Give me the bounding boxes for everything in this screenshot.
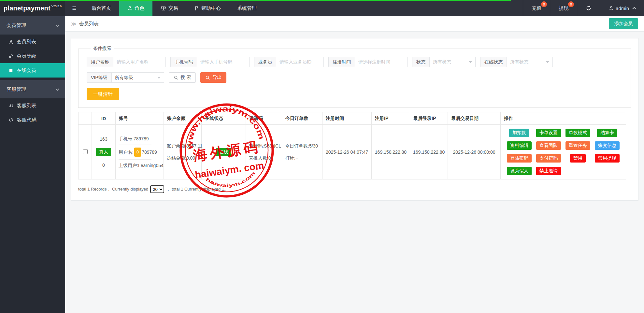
member-phone: 手机号:789789 — [119, 135, 161, 142]
row-checkbox[interactable] — [83, 149, 88, 154]
filter-label: 状态 — [412, 57, 430, 67]
online-status-badge: 在线 — [216, 148, 231, 156]
sidebar-item-online-members[interactable]: 在线会员 — [0, 63, 65, 78]
action-login-password-button[interactable]: 登陆密码 — [507, 154, 532, 163]
salesman-input[interactable] — [276, 57, 323, 67]
nav-item-role[interactable]: 角色 — [119, 0, 152, 16]
search-button-label: 搜 索 — [181, 75, 191, 80]
vip-level-select-value: 所有等级 — [115, 75, 133, 80]
nav-item-label: 系统管理 — [237, 5, 257, 11]
sidebar-group-support-management[interactable]: 客服管理 — [0, 80, 65, 98]
online-status-select-value: 所有状态 — [510, 59, 528, 64]
register-time: 2025-12-26 04:07:47 — [322, 125, 372, 179]
per-page-select[interactable]: 20 — [150, 185, 164, 193]
action-order-mode-button[interactable]: 单数模式 — [565, 129, 590, 137]
register-time-input[interactable] — [355, 57, 407, 67]
user-menu[interactable]: admin — [600, 0, 644, 16]
sidebar: 会员管理 会员列表 会员等级 在线会员 客服管理 客服列表 客服 — [0, 16, 65, 313]
one-key-clear-button[interactable]: 一键清针 — [87, 88, 119, 100]
last-login-ip: 169.150.222.80 — [410, 125, 448, 179]
sidebar-item-support-list[interactable]: 客服列表 — [0, 98, 65, 113]
action-account-log-button[interactable]: 账变信息 — [595, 141, 620, 150]
add-member-button[interactable]: 添加会员 — [609, 18, 638, 29]
code-icon — [8, 118, 14, 122]
sidebar-item-label: 会员列表 — [17, 39, 36, 45]
sidebar-group-member-management[interactable]: 会员管理 — [0, 16, 65, 35]
action-view-team-button[interactable]: 查看团队 — [536, 141, 561, 150]
member-id-extra: 0 — [102, 162, 105, 168]
app-logo: planetpayment V25.3.6 — [0, 0, 65, 16]
refresh-button[interactable] — [577, 0, 600, 16]
action-forbid-invite-button[interactable]: 禁止邀请 — [536, 167, 561, 175]
sidebar-item-member-list[interactable]: 会员列表 — [0, 35, 65, 49]
search-legend: 条件搜索 — [91, 46, 114, 51]
main-panel: 条件搜索 用户名称 手机号码 业务员 注册时间 — [65, 32, 644, 207]
recharge-count-badge: 0 — [541, 1, 547, 7]
member-id: 163 — [100, 136, 107, 142]
withdraw-button[interactable]: 提现 0 — [550, 0, 577, 16]
header-last-trade-date: 最后交易日期 — [448, 112, 501, 125]
sidebar-item-label: 会员等级 — [17, 53, 36, 59]
action-pay-password-button[interactable]: 支付密码 — [536, 154, 561, 163]
sidebar-item-support-code[interactable]: 客服代码 — [0, 113, 65, 127]
filter-label: VIP等级 — [87, 73, 112, 82]
search-icon — [205, 75, 210, 80]
phone-input[interactable] — [197, 57, 249, 67]
nav-item-system[interactable]: 系统管理 — [229, 0, 265, 16]
username-input[interactable] — [113, 57, 165, 67]
person-icon — [8, 39, 13, 44]
direct-referrals: 直推人数:0 — [249, 155, 279, 161]
action-settle-card-button[interactable]: 结算卡 — [597, 129, 617, 137]
online-status-select[interactable]: 所有状态 — [507, 57, 552, 67]
sidebar-toggle-button[interactable]: ≡ — [65, 0, 83, 16]
filter-label: 手机号码 — [171, 57, 197, 67]
last-trade-date: 2025-12-26 00:00:00 — [448, 125, 501, 179]
action-card-order-button[interactable]: 卡单设置 — [536, 129, 561, 137]
header-invite-code: 邀请码 — [246, 112, 282, 125]
breadcrumb-title: 会员列表 — [79, 21, 99, 27]
recharge-button[interactable]: 充值 0 — [523, 0, 550, 16]
filter-row-2: VIP等级 所有等级 搜 索 — [87, 72, 623, 83]
username-badge: 0 — [134, 148, 141, 157]
filter-label: 在线状态 — [480, 57, 507, 67]
search-button[interactable]: 搜 索 — [169, 72, 196, 83]
withdraw-label: 提现 — [559, 5, 568, 11]
action-add-deduct-button[interactable]: 加扣款 — [509, 129, 529, 137]
nav-item-help-center[interactable]: 帮助中心 — [186, 0, 229, 16]
status-select[interactable]: 所有状态 — [430, 57, 475, 67]
filter-register-time: 注册时间 — [328, 57, 408, 67]
header-checkbox — [79, 112, 92, 125]
table-header-row: ID 账号 账户余额 在线状态 邀请码 今日订单数 注册时间 注册IP 最后登录… — [79, 112, 626, 125]
nav-item-label: 帮助中心 — [201, 5, 221, 11]
action-disable-button[interactable]: 禁用 — [570, 154, 586, 163]
action-disable-withdraw-button[interactable]: 禁用提现 — [595, 154, 620, 163]
list-icon — [8, 68, 13, 73]
filter-row-3: 一键清针 — [87, 88, 623, 100]
header-register-time: 注册时间 — [322, 112, 372, 125]
nav-item-label: 角色 — [135, 5, 144, 11]
nav-item-label: 交易 — [168, 5, 178, 11]
action-set-fake-button[interactable]: 设为假人 — [507, 167, 532, 175]
chevron-up-icon — [632, 7, 636, 10]
action-reset-task-button[interactable]: 重置任务 — [565, 141, 590, 150]
filter-label: 用户名称 — [87, 57, 113, 67]
frozen-amount: 冻结金额:0.00 — [167, 155, 198, 161]
nav-item-dashboard[interactable]: 后台首页 — [83, 0, 119, 16]
pagination-suffix: ， total 1 Currently displayed 1。 — [166, 186, 228, 192]
person-icon — [127, 6, 132, 11]
export-button[interactable]: 导出 — [200, 72, 226, 83]
pagination-bar: total 1 Records， Currently displayed 20 … — [78, 185, 631, 193]
header-account: 账号 — [116, 112, 164, 125]
flag-icon — [194, 6, 199, 11]
account-balance: 账户余额:8257.11 — [167, 143, 198, 149]
pagination-prefix: total 1 Records， Currently displayed — [78, 186, 148, 192]
hamburger-icon: ≡ — [72, 4, 77, 12]
sidebar-item-member-level[interactable]: 会员等级 — [0, 49, 65, 63]
inject-status: 打针:-- — [285, 155, 319, 161]
action-edit-profile-button[interactable]: 资料编辑 — [507, 141, 532, 150]
header-id: ID — [92, 112, 116, 125]
nav-item-trade[interactable]: 交易 — [152, 0, 186, 16]
export-button-label: 导出 — [212, 75, 222, 80]
topbar: planetpayment V25.3.6 ≡ 后台首页 角色 交易 帮助中心 … — [0, 0, 644, 16]
vip-level-select[interactable]: 所有等级 — [112, 73, 164, 82]
